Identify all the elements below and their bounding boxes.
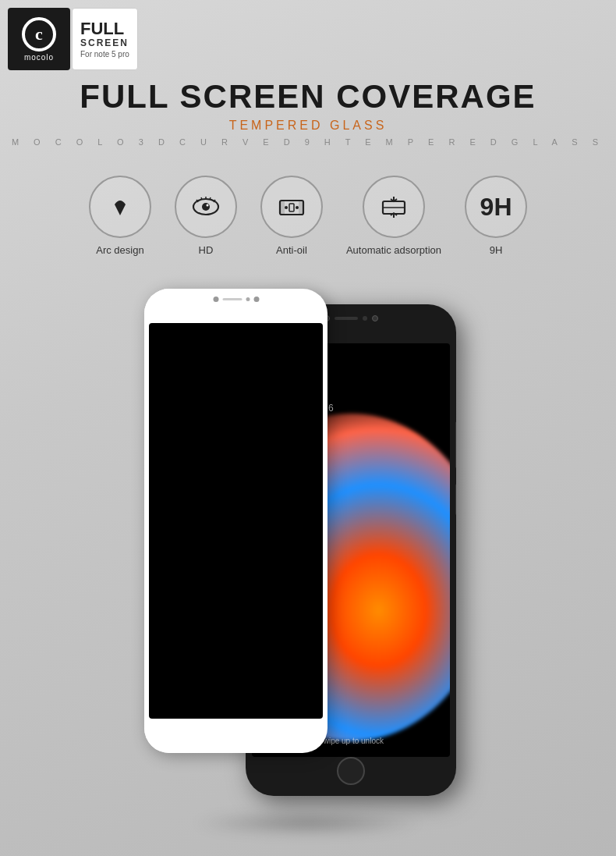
logo-letter: c [35,24,43,44]
svg-point-2 [206,204,208,207]
feature-9h: 9H 9H [465,176,527,256]
9h-circle: 9H [465,176,527,238]
glass-sensor [246,297,250,301]
antioil-icon [275,190,308,223]
header: c mocolo FULL SCREEN For note 5 pro [8,8,138,70]
fullscreen-badge: FULL SCREEN For note 5 pro [72,8,138,70]
glass-top-notch [213,297,259,302]
badge-full: FULL [80,20,124,37]
brand-name: mocolo [24,53,54,62]
adsorption-icon [377,190,410,223]
hd-circle [175,176,237,238]
phone-speaker [335,317,358,320]
feature-hd: HD [175,176,237,256]
9h-text-icon: 9H [480,193,512,222]
glass-speaker [222,298,242,300]
phone-home-button [337,757,365,785]
adsorption-circle [363,176,425,238]
front-camera-2 [372,315,378,321]
9h-label: 9H [490,244,503,256]
svg-rect-13 [289,204,294,211]
subtitle-tempered: TEMPERED GLASS [0,119,616,133]
badge-screen: SCREEN [80,37,129,48]
mocolo-logo: c mocolo [8,8,70,70]
glass-front-camera-2 [253,297,259,302]
badge-for-note: For note 5 pro [80,50,129,59]
arc-design-label: Arc design [96,244,143,256]
feature-adsorption: Automatic adsorption [346,176,441,256]
phone-section: 8:16 Tuesday, April 6 Swipe up to unlock [0,289,616,819]
phone-top-notch [324,315,378,321]
svg-point-1 [202,203,210,211]
glass-front-camera [213,297,218,302]
glass-screen-cutout [149,323,323,719]
svg-point-11 [285,206,288,209]
svg-point-12 [296,206,299,209]
adsorption-label: Automatic adsorption [346,244,441,256]
anti-oil-circle [260,176,323,238]
arc-icon [104,190,136,223]
features-row: Arc design HD [0,176,616,256]
svg-line-4 [201,197,202,200]
phone-sensor [363,316,367,321]
svg-rect-10 [299,201,303,215]
tempered-glass-overlay [144,289,327,753]
main-title: FULL SCREEN COVERAGE [0,78,616,115]
feature-anti-oil: Anti-oil [260,176,323,256]
phone-container: 8:16 Tuesday, April 6 Swipe up to unlock [144,289,472,819]
title-section: FULL SCREEN COVERAGE TEMPERED GLASS M O … [0,78,616,147]
anti-oil-label: Anti-oil [276,244,307,256]
phone-side-button-volume [455,484,456,515]
tagline: M O C O L O 3 D C U R V E D 9 H T E M P … [0,137,616,147]
feature-arc-design: Arc design [89,176,151,256]
hd-icon [189,190,222,223]
svg-rect-9 [280,201,285,215]
hd-label: HD [199,244,214,256]
phone-side-button-power [455,421,456,468]
arc-design-circle [89,176,151,238]
phone-shadow [191,812,425,835]
svg-line-6 [210,197,211,200]
logo-circle: c [22,17,56,52]
